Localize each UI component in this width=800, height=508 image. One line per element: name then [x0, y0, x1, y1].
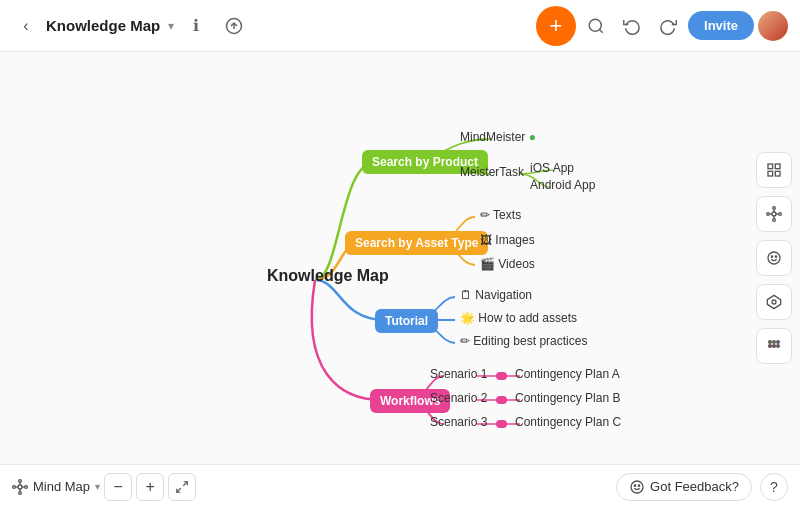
map-type-label: Mind Map [33, 479, 90, 494]
avatar [758, 11, 788, 41]
center-node[interactable]: Knowledge Map [267, 267, 389, 285]
bottom-bar: Mind Map ▾ − + Got Feedback? ? [0, 464, 800, 508]
leaf-images: 🖼 Images [480, 233, 535, 247]
node-button[interactable] [756, 284, 792, 320]
svg-point-20 [768, 252, 780, 264]
header-center: + Invite [536, 6, 788, 46]
search-button[interactable] [580, 10, 612, 42]
undo-button[interactable] [616, 10, 648, 42]
bottom-right: Got Feedback? ? [616, 473, 788, 501]
svg-point-28 [769, 345, 772, 348]
svg-point-24 [772, 300, 776, 304]
svg-point-22 [775, 256, 776, 257]
feedback-button[interactable]: Got Feedback? [616, 473, 752, 501]
svg-rect-7 [768, 164, 773, 169]
svg-point-31 [18, 485, 22, 489]
leaf-android: Android App [530, 178, 595, 192]
leaf-videos: 🎬 Videos [480, 257, 535, 271]
svg-point-12 [773, 207, 776, 210]
svg-point-32 [19, 479, 22, 482]
leaf-scenario2: Scenario 2 [430, 391, 487, 405]
leaf-meistertask: MeisterTask [460, 165, 524, 179]
apps-button[interactable] [756, 328, 792, 364]
zoom-out-button[interactable]: − [104, 473, 132, 501]
invite-button[interactable]: Invite [688, 11, 754, 40]
leaf-scenario1: Scenario 1 [430, 367, 487, 381]
svg-point-30 [777, 345, 780, 348]
grid-button[interactable] [756, 152, 792, 188]
canvas: Knowledge Map Search by Product Search b… [0, 52, 800, 464]
svg-line-40 [183, 481, 187, 485]
svg-point-26 [773, 341, 776, 344]
svg-line-3 [600, 29, 603, 32]
feedback-label: Got Feedback? [650, 479, 739, 494]
svg-point-2 [589, 19, 601, 31]
header-left: ‹ Knowledge Map ▾ ℹ [12, 10, 528, 42]
title-caret: ▾ [168, 19, 174, 33]
svg-point-35 [13, 485, 16, 488]
search-by-asset-type-node[interactable]: Search by Asset Type [345, 231, 488, 255]
svg-point-44 [638, 485, 639, 486]
help-button[interactable]: ? [760, 473, 788, 501]
bottom-left: Mind Map ▾ − + [12, 473, 196, 501]
map-type-caret: ▾ [95, 481, 100, 492]
svg-point-15 [767, 213, 770, 216]
svg-point-27 [777, 341, 780, 344]
leaf-how-to: 🌟 How to add assets [460, 311, 577, 325]
svg-point-34 [19, 491, 22, 494]
upload-button[interactable] [218, 10, 250, 42]
svg-point-33 [25, 485, 28, 488]
svg-point-43 [634, 485, 635, 486]
svg-point-11 [772, 212, 776, 216]
info-button[interactable]: ℹ [180, 10, 212, 42]
svg-point-21 [771, 256, 772, 257]
redo-button[interactable] [652, 10, 684, 42]
right-toolbar [756, 152, 792, 364]
add-button[interactable]: + [536, 6, 576, 46]
back-button[interactable]: ‹ [12, 12, 40, 40]
fit-button[interactable] [168, 473, 196, 501]
leaf-editing: ✏ Editing best practices [460, 334, 587, 348]
svg-marker-23 [767, 295, 780, 308]
leaf-scenario3: Scenario 3 [430, 415, 487, 429]
emoji-button[interactable] [756, 240, 792, 276]
layout-button[interactable] [756, 196, 792, 232]
svg-rect-10 [775, 171, 780, 176]
leaf-contingency-a: Contingency Plan A [515, 367, 620, 381]
svg-rect-8 [775, 164, 780, 169]
svg-point-42 [631, 481, 643, 493]
leaf-texts: ✏ Texts [480, 208, 521, 222]
svg-point-13 [779, 213, 782, 216]
leaf-mindmeister: MindMeister ● [460, 130, 536, 144]
svg-point-25 [769, 341, 772, 344]
map-type-button[interactable]: Mind Map ▾ [12, 479, 100, 495]
svg-point-14 [773, 219, 776, 222]
svg-rect-9 [768, 171, 773, 176]
document-title: Knowledge Map [46, 17, 160, 34]
leaf-contingency-c: Contingency Plan C [515, 415, 621, 429]
svg-point-29 [773, 345, 776, 348]
zoom-in-button[interactable]: + [136, 473, 164, 501]
svg-line-41 [177, 488, 181, 492]
tutorial-node[interactable]: Tutorial [375, 309, 438, 333]
header: ‹ Knowledge Map ▾ ℹ + Invite [0, 0, 800, 52]
leaf-contingency-b: Contingency Plan B [515, 391, 620, 405]
leaf-ios: iOS App [530, 161, 574, 175]
leaf-navigation: 🗒 Navigation [460, 288, 532, 302]
